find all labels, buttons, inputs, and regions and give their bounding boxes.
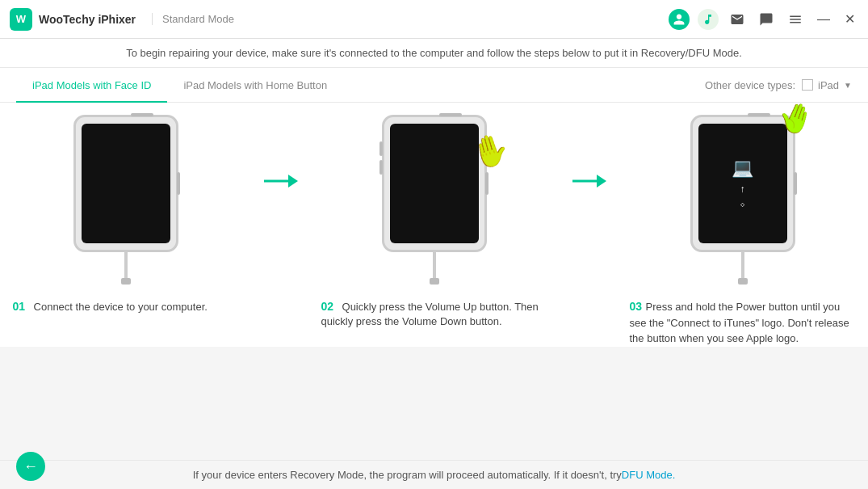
ipad-power-btn-2 bbox=[485, 172, 489, 195]
device-select[interactable]: iPad ▼ bbox=[802, 79, 852, 91]
ipad-power-btn-3 bbox=[794, 172, 797, 195]
info-text: To begin repairing your device, make sur… bbox=[126, 47, 742, 59]
step1-desc: Connect the device to your computer. bbox=[34, 301, 208, 313]
ipad-screen-2 bbox=[390, 124, 479, 243]
cable-2 bbox=[433, 252, 436, 278]
recovery-arrow-icon: ↑ bbox=[740, 183, 745, 195]
ipad-top-btn-3 bbox=[748, 113, 770, 116]
arrow-right-icon-1 bbox=[264, 171, 296, 191]
dfu-mode-link[interactable]: DFU Mode. bbox=[622, 469, 675, 481]
cable-3 bbox=[741, 252, 744, 278]
bottombar-text: If your device enters Recovery Mode, the… bbox=[193, 469, 622, 481]
cable-1 bbox=[124, 252, 128, 278]
step-2: 🤚 02 Quickly press the Volume Up button.… bbox=[321, 115, 547, 328]
vol-buttons bbox=[379, 141, 383, 175]
chat-icon[interactable] bbox=[756, 9, 777, 30]
mail-icon[interactable] bbox=[727, 9, 748, 30]
arrow-right-icon-2 bbox=[572, 171, 605, 191]
user-icon[interactable] bbox=[669, 9, 690, 30]
dropdown-arrow-icon[interactable]: ▼ bbox=[844, 81, 852, 90]
tabs-left: iPad Models with Face ID iPad Models wit… bbox=[16, 68, 343, 102]
step2-num: 02 bbox=[321, 300, 334, 313]
step2-desc: Quickly press the Volume Up button. Then… bbox=[321, 301, 539, 327]
bottom-bar: ← If your device enters Recovery Mode, t… bbox=[0, 460, 868, 489]
device-checkbox[interactable] bbox=[802, 79, 813, 91]
tab-face-id[interactable]: iPad Models with Face ID bbox=[16, 68, 167, 103]
titlebar-right: — ✕ bbox=[669, 9, 858, 30]
logo-letter: W bbox=[16, 13, 26, 25]
other-devices-section: Other device types: iPad ▼ bbox=[705, 79, 852, 91]
device-checkbox-wrap bbox=[802, 79, 813, 91]
back-button[interactable]: ← bbox=[16, 452, 45, 481]
arrow-2 bbox=[572, 115, 605, 191]
vol-down-btn bbox=[379, 160, 383, 175]
step-1: 01 Connect the device to your computer. bbox=[13, 115, 239, 314]
ipad-top-btn-1 bbox=[131, 113, 153, 116]
steps-row: 01 Connect the device to your computer. bbox=[0, 115, 868, 347]
arrow-1 bbox=[264, 115, 296, 191]
step-3: 💻 ↑ ⬦ ✋ 03 Press and hold the Power butt… bbox=[630, 115, 856, 347]
step1-num: 01 bbox=[13, 300, 26, 313]
back-icon: ← bbox=[23, 458, 38, 475]
close-button[interactable]: ✕ bbox=[841, 11, 858, 27]
device-option-label: iPad bbox=[818, 79, 839, 91]
recovery-screen: 💻 ↑ ⬦ bbox=[698, 124, 787, 243]
recovery-laptop-icon: 💻 bbox=[732, 158, 753, 179]
ipad-frame-1 bbox=[73, 115, 178, 252]
app-logo: W bbox=[10, 8, 32, 31]
step3-device: 💻 ↑ ⬦ ✋ bbox=[690, 115, 795, 285]
ipad-screen-1 bbox=[82, 124, 170, 243]
ipad-frame-3: 💻 ↑ ⬦ ✋ bbox=[690, 115, 795, 252]
ipad-top-btn-2 bbox=[439, 113, 462, 116]
step2-device: 🤚 bbox=[382, 115, 487, 285]
recovery-connector-icon: ⬦ bbox=[740, 198, 745, 209]
minimize-button[interactable]: — bbox=[814, 12, 833, 27]
tabs-bar: iPad Models with Face ID iPad Models wit… bbox=[0, 68, 868, 103]
info-bar: To begin repairing your device, make sur… bbox=[0, 39, 868, 68]
cable-end-3 bbox=[738, 278, 748, 285]
step3-num: 03 bbox=[630, 300, 643, 313]
vol-up-btn bbox=[379, 141, 383, 156]
app-name: WooTechy iPhixer bbox=[39, 13, 136, 26]
step1-device bbox=[73, 115, 178, 285]
title-bar: W WooTechy iPhixer Standard Mode — ✕ bbox=[0, 0, 868, 39]
tab-home-button[interactable]: iPad Models with Home Button bbox=[167, 68, 343, 103]
titlebar-left: W WooTechy iPhixer Standard Mode bbox=[10, 8, 234, 31]
other-devices-label: Other device types: bbox=[705, 79, 795, 91]
menu-icon[interactable] bbox=[785, 9, 806, 30]
cable-end-2 bbox=[430, 278, 439, 285]
step3-desc: Press and hold the Power button until yo… bbox=[630, 301, 849, 344]
ipad-power-btn-1 bbox=[177, 172, 180, 195]
step3-text: 03 Press and hold the Power button until… bbox=[630, 299, 856, 347]
mode-label: Standard Mode bbox=[152, 13, 234, 25]
ipad-frame-2: 🤚 bbox=[382, 115, 487, 252]
step2-text: 02 Quickly press the Volume Up button. T… bbox=[321, 299, 547, 328]
cable-end-1 bbox=[121, 278, 131, 285]
step1-text: 01 Connect the device to your computer. bbox=[13, 299, 239, 314]
music-icon[interactable] bbox=[698, 9, 719, 30]
